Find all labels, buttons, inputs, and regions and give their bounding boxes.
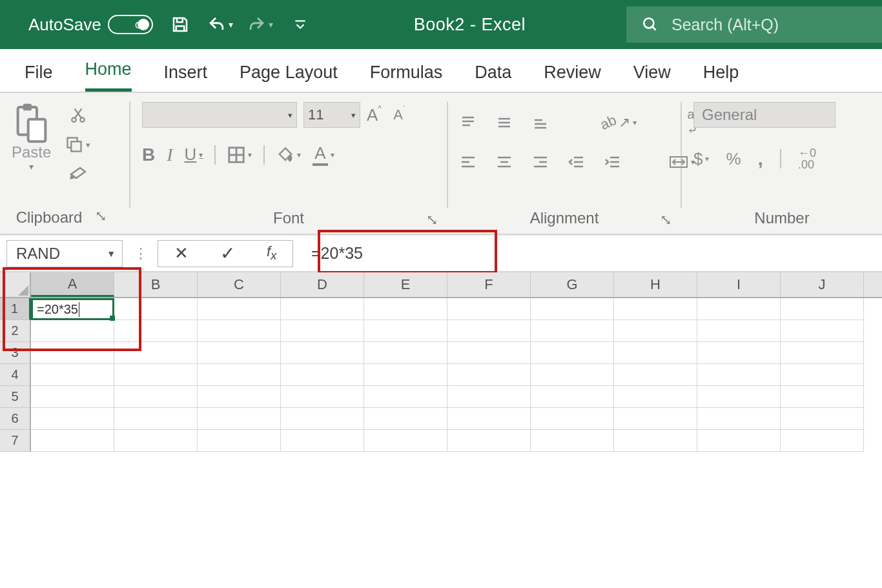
orientation-icon[interactable]: ab↗ ▾ — [600, 114, 637, 131]
tab-help[interactable]: Help — [703, 63, 739, 92]
cell-J6[interactable] — [781, 408, 864, 430]
col-header-E[interactable]: E — [364, 272, 447, 297]
cancel-entry-icon[interactable]: ✕ — [174, 243, 189, 263]
name-box[interactable]: RAND ▼ — [6, 240, 123, 267]
borders-icon[interactable]: ▾ — [227, 146, 252, 164]
cell-C4[interactable] — [198, 364, 281, 386]
cell-C6[interactable] — [198, 408, 281, 430]
decrease-indent-icon[interactable] — [568, 155, 585, 169]
undo-icon[interactable]: ▾ — [207, 12, 233, 37]
cell-B4[interactable] — [114, 364, 198, 386]
format-painter-icon[interactable] — [68, 165, 88, 181]
cell-A2[interactable] — [31, 320, 114, 342]
col-header-I[interactable]: I — [697, 272, 781, 297]
cell-I5[interactable] — [697, 386, 781, 408]
cell-E7[interactable] — [364, 430, 447, 452]
cell-E2[interactable] — [364, 320, 447, 342]
row-header-7[interactable]: 7 — [0, 430, 31, 452]
align-right-icon[interactable] — [532, 155, 549, 169]
cell-E4[interactable] — [364, 364, 447, 386]
cell-D3[interactable] — [281, 342, 364, 364]
increase-decimal-icon[interactable]: ←0.00 — [798, 147, 816, 170]
row-header-4[interactable]: 4 — [0, 364, 31, 386]
cell-D7[interactable] — [281, 430, 364, 452]
cell-I2[interactable] — [697, 320, 781, 342]
clipboard-dialog-launcher[interactable]: ⤡ — [95, 208, 113, 227]
font-color-icon[interactable]: A ▾ — [313, 143, 334, 166]
col-header-A[interactable]: A — [31, 272, 114, 297]
align-bottom-icon[interactable] — [532, 116, 549, 130]
copy-icon[interactable]: ▾ — [65, 136, 90, 154]
align-center-icon[interactable] — [496, 155, 513, 169]
increase-indent-icon[interactable] — [604, 155, 621, 169]
cell-F6[interactable] — [447, 408, 531, 430]
save-icon[interactable] — [167, 12, 193, 37]
cell-E1[interactable] — [364, 298, 447, 320]
cell-A4[interactable] — [31, 364, 114, 386]
fill-color-icon[interactable]: ▾ — [276, 146, 301, 164]
cell-G4[interactable] — [531, 364, 614, 386]
align-left-icon[interactable] — [460, 155, 477, 169]
cell-B1[interactable] — [114, 298, 198, 320]
col-header-D[interactable]: D — [281, 272, 364, 297]
cell-H6[interactable] — [614, 408, 697, 430]
cell-J1[interactable] — [781, 298, 864, 320]
enter-entry-icon[interactable]: ✓ — [220, 243, 235, 264]
row-header-1[interactable]: 1 — [0, 298, 31, 320]
cell-H7[interactable] — [614, 430, 697, 452]
cell-B7[interactable] — [114, 430, 198, 452]
select-all-cell[interactable] — [0, 272, 31, 297]
font-size-combo[interactable]: 11▾ — [303, 102, 360, 128]
col-header-F[interactable]: F — [447, 272, 531, 297]
number-format-combo[interactable]: General — [693, 102, 836, 128]
currency-icon[interactable]: $ ▾ — [693, 149, 709, 169]
col-header-J[interactable]: J — [781, 272, 864, 297]
cell-J2[interactable] — [781, 320, 864, 342]
col-header-H[interactable]: H — [614, 272, 697, 297]
cell-I7[interactable] — [697, 430, 781, 452]
cell-D5[interactable] — [281, 386, 364, 408]
cell-F2[interactable] — [447, 320, 531, 342]
cell-G7[interactable] — [531, 430, 614, 452]
cell-H4[interactable] — [614, 364, 697, 386]
row-header-2[interactable]: 2 — [0, 320, 31, 342]
tab-insert[interactable]: Insert — [164, 63, 208, 92]
cell-E3[interactable] — [364, 342, 447, 364]
cell-A3[interactable] — [31, 342, 114, 364]
cell-H1[interactable] — [614, 298, 697, 320]
cell-H2[interactable] — [614, 320, 697, 342]
col-header-G[interactable]: G — [531, 272, 614, 297]
col-header-C[interactable]: C — [198, 272, 281, 297]
cell-I3[interactable] — [697, 342, 781, 364]
tab-view[interactable]: View — [633, 63, 671, 92]
align-top-icon[interactable] — [460, 116, 477, 130]
cell-G3[interactable] — [531, 342, 614, 364]
cell-I6[interactable] — [697, 408, 781, 430]
row-header-3[interactable]: 3 — [0, 342, 31, 364]
align-middle-icon[interactable] — [496, 116, 513, 130]
cell-C1[interactable] — [198, 298, 281, 320]
bold-button[interactable]: B — [142, 145, 155, 165]
cell-D2[interactable] — [281, 320, 364, 342]
row-header-6[interactable]: 6 — [0, 408, 31, 430]
font-name-combo[interactable]: ▾ — [142, 102, 297, 128]
cell-G5[interactable] — [531, 386, 614, 408]
formula-bar-input[interactable]: =20*35 — [293, 240, 882, 267]
cell-D4[interactable] — [281, 364, 364, 386]
redo-icon[interactable]: ▾ — [247, 12, 273, 37]
cell-B6[interactable] — [114, 408, 198, 430]
cell-J7[interactable] — [781, 430, 864, 452]
cell-J3[interactable] — [781, 342, 864, 364]
cell-G6[interactable] — [531, 408, 614, 430]
row-header-5[interactable]: 5 — [0, 386, 31, 408]
cell-B2[interactable] — [114, 320, 198, 342]
tab-file[interactable]: File — [25, 63, 53, 92]
cell-I4[interactable] — [697, 364, 781, 386]
cell-C3[interactable] — [198, 342, 281, 364]
tab-review[interactable]: Review — [544, 63, 601, 92]
cell-F3[interactable] — [447, 342, 531, 364]
comma-style-icon[interactable]: , — [758, 148, 763, 170]
cell-F7[interactable] — [447, 430, 531, 452]
percent-icon[interactable]: % — [726, 149, 741, 169]
italic-button[interactable]: I — [167, 145, 172, 165]
